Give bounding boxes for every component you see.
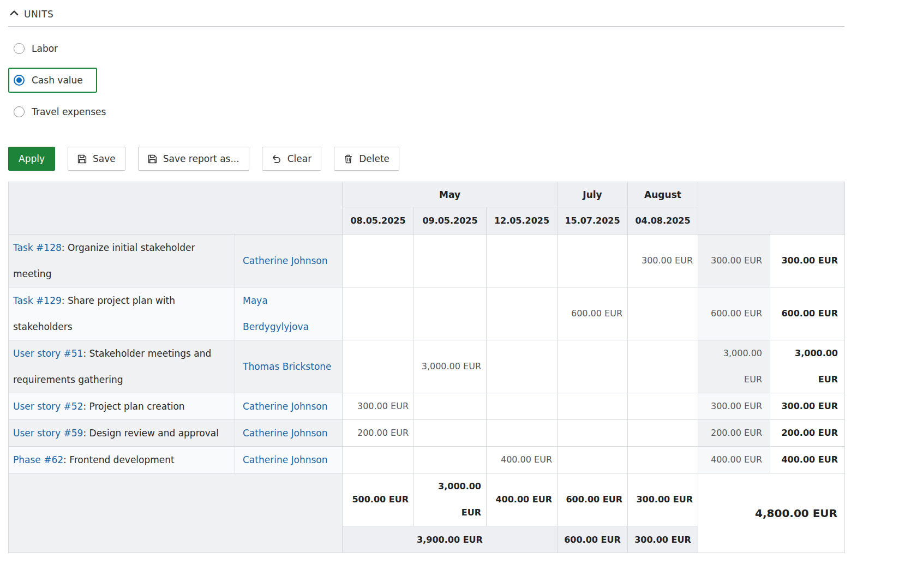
save-button-label: Save	[93, 153, 116, 164]
date-total-cell: 3,000.00 EUR	[414, 473, 487, 526]
work-package-title: : Design review and approval	[83, 428, 218, 439]
cost-cell: 400.00 EUR	[487, 447, 558, 473]
work-package-link[interactable]: Task #129	[13, 295, 62, 306]
date-total-cell: 500.00 EUR	[343, 473, 414, 526]
units-radio-group: Labor Cash value Travel expenses	[8, 36, 853, 124]
date-total-cell: 400.00 EUR	[487, 473, 558, 526]
clear-button[interactable]: Clear	[262, 147, 321, 171]
apply-button[interactable]: Apply	[8, 147, 55, 171]
table-corner-left	[9, 182, 343, 235]
work-package-cell: User story #59: Design review and approv…	[9, 420, 235, 447]
undo-icon	[272, 154, 281, 164]
cost-cell	[414, 420, 487, 447]
date-header: 04.08.2025	[628, 207, 698, 235]
delete-button[interactable]: Delete	[334, 147, 399, 171]
radio-travel-expenses[interactable]: Travel expenses	[8, 99, 120, 124]
date-header: 09.05.2025	[414, 207, 487, 235]
table-row: User story #51: Stakeholder meetings and…	[9, 340, 845, 393]
user-cell: Thomas Brickstone	[235, 340, 343, 393]
user-link[interactable]: Catherine Johnson	[243, 401, 328, 412]
cost-cell	[628, 340, 698, 393]
table-corner-right	[698, 182, 845, 235]
cost-cell: 3,000.00 EUR	[414, 340, 487, 393]
work-package-cell: Phase #62: Frontend development	[9, 447, 235, 473]
radio-cash-value[interactable]: Cash value	[8, 68, 97, 93]
cost-cell: 300.00 EUR	[628, 235, 698, 287]
cost-cell: 600.00 EUR	[558, 287, 628, 340]
date-header: 08.05.2025	[343, 207, 414, 235]
delete-button-label: Delete	[359, 153, 389, 164]
row-sum-cell: 200.00 EUR	[698, 420, 770, 447]
row-sum-cell: 300.00 EUR	[698, 393, 770, 420]
table-row: Phase #62: Frontend development Catherin…	[9, 447, 845, 473]
cost-report-page: UNITS Labor Cash value Travel expenses A…	[0, 0, 853, 569]
cost-cell: 200.00 EUR	[343, 420, 414, 447]
cost-cell	[558, 393, 628, 420]
user-cell: Catherine Johnson	[235, 393, 343, 420]
work-package-link[interactable]: User story #59	[13, 428, 83, 439]
cost-cell	[487, 235, 558, 287]
work-package-title: : Project plan creation	[83, 401, 184, 412]
month-header-row: May July August	[9, 182, 845, 207]
user-cell: Catherine Johnson	[235, 447, 343, 473]
cost-cell	[414, 235, 487, 287]
date-total-cell: 300.00 EUR	[628, 473, 698, 526]
radio-checked-icon	[14, 75, 25, 86]
date-total-cell: 600.00 EUR	[558, 473, 628, 526]
table-row: Task #129: Share project plan with stake…	[9, 287, 845, 340]
work-package-link[interactable]: Task #128	[13, 242, 62, 253]
cost-cell	[487, 340, 558, 393]
user-link[interactable]: Catherine Johnson	[243, 428, 328, 439]
row-total-cell: 300.00 EUR	[770, 393, 845, 420]
cost-cell	[628, 287, 698, 340]
radio-labor[interactable]: Labor	[8, 36, 72, 61]
cost-cell	[628, 447, 698, 473]
row-sum-cell: 3,000.00 EUR	[698, 340, 770, 393]
work-package-link[interactable]: Phase #62	[13, 454, 63, 465]
table-row: User story #52: Project plan creation Ca…	[9, 393, 845, 420]
cost-cell	[414, 393, 487, 420]
cost-cell	[414, 287, 487, 340]
clear-button-label: Clear	[287, 153, 311, 164]
user-link[interactable]: Thomas Brickstone	[243, 361, 332, 372]
grand-total-cell: 4,800.00 EUR	[698, 473, 845, 553]
cost-cell	[487, 287, 558, 340]
radio-unchecked-icon	[14, 43, 25, 54]
radio-cash-value-label: Cash value	[32, 75, 83, 86]
row-total-cell: 300.00 EUR	[770, 235, 845, 287]
user-cell: Catherine Johnson	[235, 420, 343, 447]
user-cell: Catherine Johnson	[235, 235, 343, 287]
save-button[interactable]: Save	[68, 147, 125, 171]
report-toolbar: Apply Save Save report as...	[8, 147, 853, 171]
cost-cell	[414, 447, 487, 473]
save-report-as-button[interactable]: Save report as...	[138, 147, 249, 171]
radio-travel-expenses-label: Travel expenses	[32, 106, 106, 117]
row-sum-cell: 400.00 EUR	[698, 447, 770, 473]
month-header-july: July	[558, 182, 628, 207]
user-link[interactable]: Catherine Johnson	[243, 454, 328, 465]
table-row: Task #128: Organize initial stakeholder …	[9, 235, 845, 287]
month-total-cell: 3,900.00 EUR	[343, 526, 558, 553]
apply-button-label: Apply	[19, 153, 45, 164]
user-link[interactable]: Catherine Johnson	[243, 255, 328, 266]
table-row: User story #59: Design review and approv…	[9, 420, 845, 447]
cost-cell	[343, 287, 414, 340]
cost-cell	[558, 340, 628, 393]
row-total-cell: 3,000.00 EUR	[770, 340, 845, 393]
units-section-header[interactable]: UNITS	[8, 5, 844, 27]
cost-cell	[487, 393, 558, 420]
work-package-link[interactable]: User story #51	[13, 348, 83, 359]
row-sum-cell: 300.00 EUR	[698, 235, 770, 287]
work-package-link[interactable]: User story #52	[13, 401, 83, 412]
row-total-cell: 200.00 EUR	[770, 420, 845, 447]
month-total-cell: 600.00 EUR	[558, 526, 628, 553]
radio-labor-label: Labor	[32, 43, 58, 54]
user-cell: Maya Berdygylyjova	[235, 287, 343, 340]
work-package-cell: User story #51: Stakeholder meetings and…	[9, 340, 235, 393]
month-total-cell: 300.00 EUR	[628, 526, 698, 553]
cost-report-table: May July August 08.05.2025 09.05.2025 12…	[8, 182, 845, 553]
user-link[interactable]: Maya Berdygylyjova	[243, 295, 309, 332]
month-header-may: May	[343, 182, 558, 207]
units-section-title: UNITS	[24, 9, 53, 20]
trash-icon	[344, 154, 353, 164]
